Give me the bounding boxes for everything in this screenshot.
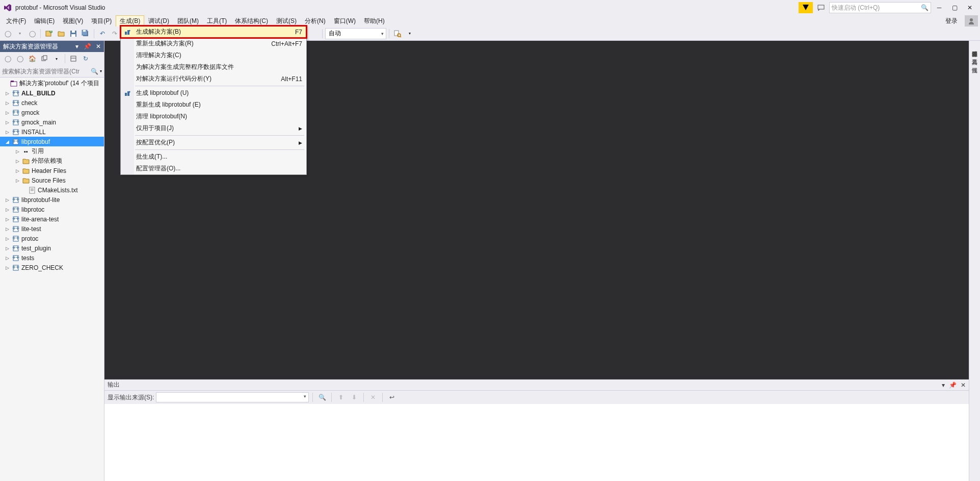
svg-text:++: ++: [12, 109, 19, 116]
tree-project[interactable]: ▷++libprotoc: [0, 205, 104, 214]
nav-back-icon[interactable]: ◯: [2, 53, 13, 64]
tree-file[interactable]: CMakeLists.txt: [0, 185, 104, 195]
refresh-icon[interactable]: ↻: [80, 53, 91, 64]
minimize-button[interactable]: ─: [932, 2, 946, 13]
menu-optimize-by-config[interactable]: 按配置优化(P) ▶: [121, 137, 306, 148]
tree-folder[interactable]: ▷Source Files: [0, 175, 104, 185]
home-icon[interactable]: 🏠: [27, 53, 38, 64]
menu-item-label: 对解决方案运行代码分析(Y): [136, 74, 211, 83]
output-source-label: 显示输出来源(S):: [108, 393, 154, 402]
output-next-icon[interactable]: ⬇: [349, 392, 360, 403]
tree-project[interactable]: ▷++check: [0, 98, 104, 108]
pin-icon[interactable]: 📌: [949, 382, 957, 389]
user-icon[interactable]: [965, 15, 978, 27]
menu-config-manager[interactable]: 配置管理器(O)...: [121, 163, 306, 174]
open-file-icon[interactable]: [56, 28, 67, 39]
output-clear-icon[interactable]: ✕: [367, 392, 379, 403]
output-wrap-icon[interactable]: ↩: [386, 392, 398, 403]
menu-batch-build[interactable]: 批生成(T)...: [121, 151, 306, 163]
tree-project[interactable]: ▷++lite-arena-test: [0, 214, 104, 224]
new-project-icon[interactable]: +: [43, 28, 55, 39]
tree-project[interactable]: ▷++INSTALL: [0, 127, 104, 137]
menu-rebuild-solution[interactable]: 重新生成解决方案(R) Ctrl+Alt+F7: [121, 38, 306, 49]
nav-fwd-icon[interactable]: ◯: [27, 28, 38, 39]
search-drop-icon[interactable]: ▾: [100, 69, 102, 73]
undo-icon[interactable]: ↶: [97, 28, 108, 39]
menu-view[interactable]: 视图(V): [59, 15, 87, 27]
tree-project[interactable]: ▷++libprotobuf-lite: [0, 195, 104, 205]
menu-generate-full-db[interactable]: 为解决方案生成完整程序数据库文件: [121, 61, 306, 73]
tree-project[interactable]: ▷++ZERO_CHECK: [0, 263, 104, 272]
nav-back-icon[interactable]: ◯: [2, 28, 13, 39]
panel-dropdown-icon[interactable]: ▾: [75, 43, 78, 50]
close-button[interactable]: ✕: [963, 2, 977, 13]
svg-text:+: +: [49, 30, 52, 34]
window-title: protobuf - Microsoft Visual Studio: [15, 4, 105, 11]
tree-project[interactable]: ▷++test_plugin: [0, 243, 104, 253]
menu-clean-solution[interactable]: 清理解决方案(C): [121, 49, 306, 61]
project-icon: ++: [12, 138, 20, 146]
menu-clean-project[interactable]: 清理 libprotobuf(N): [121, 111, 306, 122]
save-icon[interactable]: [68, 28, 79, 39]
tab-properties[interactable]: 属性: [970, 59, 979, 67]
toolbar-separator: [389, 29, 389, 38]
menu-rebuild-project[interactable]: 重新生成 libprotobuf (E): [121, 99, 306, 111]
tree-references[interactable]: ▷▪▪引用: [0, 146, 104, 156]
menu-window[interactable]: 窗口(W): [330, 15, 360, 27]
output-body[interactable]: [104, 404, 969, 481]
output-prev-icon[interactable]: ⬆: [335, 392, 347, 403]
refresh-drop-icon[interactable]: ▾: [51, 53, 62, 64]
find-in-files-icon[interactable]: [392, 28, 403, 39]
output-find-icon[interactable]: 🔍: [316, 392, 328, 403]
menu-edit[interactable]: 编辑(E): [30, 15, 59, 27]
panel-close-icon[interactable]: ✕: [96, 43, 101, 50]
panel-close-icon[interactable]: ✕: [961, 382, 966, 389]
feedback-icon[interactable]: [814, 2, 828, 13]
save-all-icon[interactable]: [80, 28, 91, 39]
menu-build-project[interactable]: 生成 libprotobuf (U): [121, 87, 306, 99]
panel-dropdown-icon[interactable]: ▾: [942, 382, 945, 389]
tree-project-selected[interactable]: ◢++libprotobuf: [0, 137, 104, 146]
menu-file[interactable]: 文件(F): [2, 15, 30, 27]
tree-project[interactable]: ▷++tests: [0, 253, 104, 263]
tree-label: gmock: [21, 109, 39, 116]
submenu-arrow-icon: ▶: [299, 140, 302, 145]
pin-icon[interactable]: 📌: [84, 43, 91, 50]
tree-project[interactable]: ▷++gmock: [0, 108, 104, 117]
solution-search-input[interactable]: [2, 68, 91, 75]
menu-project[interactable]: 项目(P): [87, 15, 116, 27]
menu-item-label: 生成 libprotobuf (U): [136, 89, 189, 97]
nav-fwd-icon[interactable]: ◯: [14, 53, 25, 64]
menu-project-only[interactable]: 仅用于项目(J) ▶: [121, 122, 306, 134]
svg-text:++: ++: [12, 206, 19, 213]
svg-rect-6: [72, 31, 75, 33]
solution-search[interactable]: 🔍 ▾: [0, 65, 104, 78]
menu-help[interactable]: 帮助(H): [360, 15, 389, 27]
tree-project[interactable]: ▷++gmock_main: [0, 117, 104, 127]
nav-back-drop-icon[interactable]: ▾: [14, 28, 25, 39]
properties-icon[interactable]: [68, 53, 79, 64]
svg-rect-19: [11, 81, 14, 82]
menu-code-analysis[interactable]: 对解决方案运行代码分析(Y) Alt+F11: [121, 73, 306, 85]
tree-solution-node[interactable]: 解决方案'protobuf' (14 个项目: [0, 79, 104, 88]
svg-rect-0: [818, 5, 824, 9]
output-source-dropdown[interactable]: [156, 392, 309, 402]
tree-project[interactable]: ▷++ALL_BUILD: [0, 88, 104, 98]
quick-launch-input[interactable]: 快速启动 (Ctrl+Q) 🔍: [829, 2, 931, 13]
tree-project[interactable]: ▷++lite-test: [0, 224, 104, 234]
tree-external-deps[interactable]: ▷外部依赖项: [0, 156, 104, 166]
tab-toolbox[interactable]: 工具箱: [970, 51, 979, 59]
solution-config-dropdown[interactable]: 自动: [325, 28, 386, 39]
sign-in-link[interactable]: 登录: [940, 15, 963, 27]
shortcut: F7: [295, 29, 302, 36]
tab-server-explorer[interactable]: 服务器资源管理器: [970, 43, 979, 51]
maximize-button[interactable]: ▢: [947, 2, 962, 13]
notification-badge[interactable]: [799, 2, 813, 13]
tree-project[interactable]: ▷++protoc: [0, 234, 104, 243]
toolbar-overflow-icon[interactable]: ▾: [404, 28, 415, 39]
sync-icon[interactable]: [39, 53, 50, 64]
svg-text:++: ++: [12, 255, 19, 261]
redo-icon[interactable]: ↷: [109, 28, 120, 39]
tree-folder[interactable]: ▷Header Files: [0, 166, 104, 175]
menu-build-solution[interactable]: 生成解决方案(B) F7: [121, 26, 306, 38]
